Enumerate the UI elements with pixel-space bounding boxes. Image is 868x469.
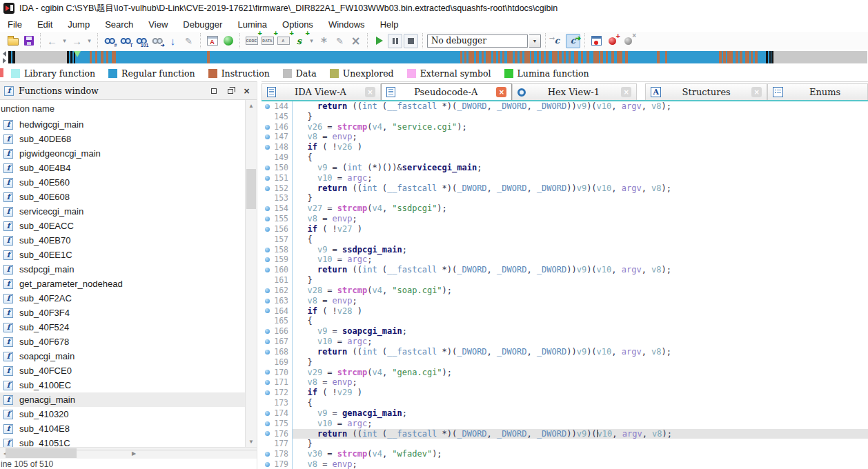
code-line[interactable]: 178 v30 = strcmp(v4, "wfadev"); xyxy=(262,449,868,459)
code-line[interactable]: 157 { xyxy=(262,234,868,245)
function-row[interactable]: fsub_4100EC xyxy=(0,378,245,392)
function-row[interactable]: fsub_40E4B4 xyxy=(0,161,245,175)
code-line[interactable]: 148 if ( !v26 ) xyxy=(262,142,868,152)
tab-close-icon[interactable]: × xyxy=(365,87,375,97)
tab-close-icon[interactable]: × xyxy=(751,87,762,97)
create-struct-button[interactable]: s+ xyxy=(292,34,306,48)
edit-lock-button[interactable]: ✎ xyxy=(181,34,196,48)
code-line[interactable]: 174 v9 = genacgi_main; xyxy=(262,408,868,419)
navigation-band[interactable] xyxy=(8,51,867,63)
tab-close-icon[interactable]: × xyxy=(621,87,631,97)
back-history-dropdown[interactable]: ▾ xyxy=(61,34,68,48)
menu-item-jump[interactable]: Jump xyxy=(60,18,97,31)
delete-breakpoint-button[interactable]: × xyxy=(621,34,635,48)
back-button[interactable]: ← xyxy=(45,34,59,48)
tab-hex-view-1[interactable]: Hex View-1× xyxy=(512,83,637,100)
create-string-button[interactable]: A+ xyxy=(276,34,290,48)
create-struct-dropdown[interactable]: ▾ xyxy=(308,34,315,48)
debugger-selector[interactable]: No debugger xyxy=(427,34,528,48)
code-line[interactable]: 144 return ((int (__fastcall *)(_DWORD, … xyxy=(262,101,868,112)
code-line[interactable]: 145 } xyxy=(262,112,868,122)
code-line[interactable]: 163 v8 = envp; xyxy=(262,296,868,306)
maximize-button[interactable] xyxy=(208,86,219,96)
function-row[interactable]: fsub_40DE68 xyxy=(0,132,245,146)
function-row[interactable]: fsub_40E560 xyxy=(0,175,245,190)
add-breakpoint-button[interactable]: + xyxy=(605,34,620,48)
function-row[interactable]: fhedwigcgi_main xyxy=(0,117,245,132)
menu-item-lumina[interactable]: Lumina xyxy=(230,18,275,31)
code-line[interactable]: 154 v27 = strcmp(v4, "ssdpcgi"); xyxy=(262,203,868,214)
search-address-button[interactable]: # xyxy=(102,34,117,48)
code-line[interactable]: 155 v8 = envp; xyxy=(262,214,868,224)
code-line[interactable]: 159 v10 = argc; xyxy=(262,255,868,265)
code-line[interactable]: 164 if ( !v28 ) xyxy=(262,306,868,317)
menu-item-help[interactable]: Help xyxy=(373,18,406,31)
open-file-button[interactable] xyxy=(6,34,20,48)
code-line[interactable]: 179 v8 = envp; xyxy=(262,459,868,469)
vertical-scrollbar[interactable]: ▲ ▼ xyxy=(245,100,257,447)
code-line[interactable]: 172 if ( !v29 ) xyxy=(262,388,868,398)
tab-structures[interactable]: AStructures× xyxy=(645,83,767,100)
menu-item-search[interactable]: Search xyxy=(97,18,141,31)
tab-ida-view-a[interactable]: IDA View-A× xyxy=(262,83,381,100)
vertical-scroll-thumb[interactable] xyxy=(246,169,256,209)
code-line[interactable]: 152 return ((int (__fastcall *)(_DWORD, … xyxy=(262,183,868,194)
tab-enums[interactable]: Enums xyxy=(767,83,868,100)
code-line[interactable]: 160 return ((int (__fastcall *)(_DWORD, … xyxy=(262,265,868,275)
code-line[interactable]: 176 return ((int (__fastcall *)(_DWORD, … xyxy=(262,429,868,439)
function-row[interactable]: fservicecgi_main xyxy=(0,204,245,219)
code-line[interactable]: 151 v10 = argc; xyxy=(262,173,868,183)
menu-item-view[interactable]: View xyxy=(141,18,175,31)
undefine-button[interactable]: × xyxy=(348,34,363,48)
code-line[interactable]: 162 v28 = strcmp(v4, "soap.cgi"); xyxy=(262,286,868,296)
horizontal-scrollbar[interactable]: ◀ ▶ xyxy=(0,447,257,459)
forward-button[interactable]: → xyxy=(70,34,84,48)
function-row[interactable]: fsub_40E608 xyxy=(0,190,245,204)
search-next-button[interactable]: ➔ xyxy=(150,34,164,48)
function-row[interactable]: fsub_40F524 xyxy=(0,320,245,335)
save-button[interactable] xyxy=(21,34,36,48)
code-line[interactable]: 177 } xyxy=(262,439,868,449)
create-array-button[interactable]: * xyxy=(317,34,331,48)
code-line[interactable]: 169 } xyxy=(262,357,868,368)
function-row[interactable]: fsub_40F3F4 xyxy=(0,306,245,320)
close-button[interactable]: × xyxy=(241,86,253,96)
code-line[interactable]: 167 v10 = argc; xyxy=(262,337,868,347)
code-line[interactable]: 175 v10 = argc; xyxy=(262,419,868,429)
debugger-selector-dropdown[interactable]: ▼ xyxy=(529,34,541,48)
function-row[interactable]: fsub_4104E8 xyxy=(0,421,245,436)
tab-pseudocode-a[interactable]: Pseudocode-A× xyxy=(381,83,512,100)
code-line[interactable]: 146 v26 = strcmp(v4, "service.cgi"); xyxy=(262,122,868,132)
code-line[interactable]: 166 v9 = soapcgi_main; xyxy=(262,326,868,337)
code-line[interactable]: 165 { xyxy=(262,316,868,326)
code-line[interactable]: 173 { xyxy=(262,398,868,408)
forward-history-dropdown[interactable]: ▾ xyxy=(86,34,93,48)
function-row[interactable]: fget_parameter_nodehead xyxy=(0,277,245,291)
code-line[interactable]: 170 v29 = strcmp(v4, "gena.cgi"); xyxy=(262,368,868,378)
menu-item-windows[interactable]: Windows xyxy=(321,18,373,31)
panel-splitter[interactable] xyxy=(257,81,262,469)
pause-button[interactable] xyxy=(388,34,402,48)
float-button[interactable] xyxy=(224,86,236,96)
navigator-button[interactable] xyxy=(221,34,235,48)
menu-item-debugger[interactable]: Debugger xyxy=(175,18,230,31)
function-row[interactable]: fssdpcgi_main xyxy=(0,262,245,277)
function-row[interactable]: fsub_40F678 xyxy=(0,335,245,349)
function-row[interactable]: fsub_40FCE0 xyxy=(0,363,245,378)
code-line[interactable]: 149 { xyxy=(262,152,868,163)
jump-address-button[interactable]: ↓ xyxy=(166,34,180,48)
pseudocode-view[interactable]: 144 return ((int (__fastcall *)(_DWORD, … xyxy=(262,101,868,469)
code-line[interactable]: 158 v9 = ssdpcgi_main; xyxy=(262,245,868,255)
stop-button[interactable] xyxy=(404,34,418,48)
function-row[interactable]: fsub_40F2AC xyxy=(0,291,245,306)
code-line[interactable]: 153 } xyxy=(262,193,868,203)
function-name-column-header[interactable]: unction name xyxy=(0,100,257,117)
function-row[interactable]: fpigwidgeoncgi_main xyxy=(0,146,245,161)
code-line[interactable]: 156 if ( !v27 ) xyxy=(262,224,868,234)
search-binary-button[interactable]: 101 xyxy=(134,34,148,48)
create-code-button[interactable]: CODE+ xyxy=(244,34,259,48)
function-row[interactable]: fsub_40EB70 xyxy=(0,233,245,248)
create-data-button[interactable]: DATA+ xyxy=(260,34,275,48)
disassembly-window-button[interactable]: A xyxy=(205,34,219,48)
code-line[interactable]: 147 v8 = envp; xyxy=(262,132,868,142)
